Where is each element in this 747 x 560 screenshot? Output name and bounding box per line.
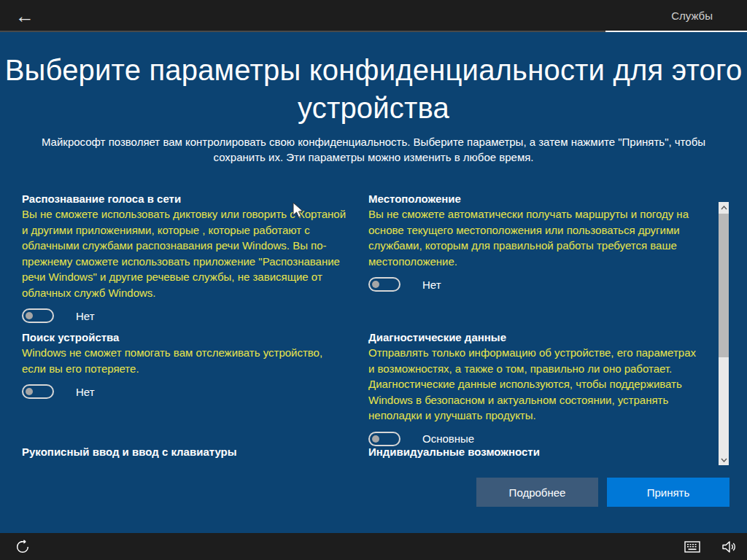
title-bar: ← Службы <box>0 0 747 32</box>
setting-find-device: Поиск устройства Windows не сможет помог… <box>22 330 347 445</box>
ease-of-access-button[interactable] <box>13 537 32 556</box>
online-speech-toggle[interactable] <box>22 308 54 323</box>
scroll-up-icon[interactable] <box>719 202 729 213</box>
setting-title: Поиск устройства <box>22 330 347 344</box>
setting-tailored-experiences: Индивидуальные возможности <box>368 445 704 459</box>
setting-diagnostics: Диагностические данные Отправлять только… <box>368 330 704 445</box>
toggle-state-label: Нет <box>76 386 95 398</box>
accept-button[interactable]: Принять <box>607 478 729 507</box>
toggle-state-label: Основные <box>422 432 474 445</box>
setting-description: Windows не сможет помогать вам отслежива… <box>22 345 347 376</box>
setting-description: Вы не сможете использовать диктовку или … <box>22 206 347 300</box>
toggle-knob <box>372 435 379 443</box>
keyboard-button[interactable] <box>683 537 702 556</box>
settings-scroll-area[interactable]: Распознавание голоса в сети Вы не сможет… <box>22 192 711 465</box>
ease-of-access-icon <box>15 539 31 555</box>
page-subtitle: Майкрософт позволяет вам контролировать … <box>38 134 709 165</box>
setting-description: Вы не сможете автоматически получать мар… <box>368 206 704 269</box>
find-device-toggle[interactable] <box>22 384 54 399</box>
setting-inking-typing: Рукописный ввод и ввод с клавиатуры <box>22 445 347 459</box>
learn-more-label: Подробнее <box>509 486 566 499</box>
toggle-knob <box>26 312 33 319</box>
toggle-knob <box>26 388 33 395</box>
keyboard-icon <box>684 541 700 553</box>
toggle-state-label: Нет <box>422 279 441 291</box>
setting-location: Местоположение Вы не сможете автоматичес… <box>368 192 704 330</box>
toggle-state-label: Нет <box>76 310 95 322</box>
setting-title: Рукописный ввод и ввод с клавиатуры <box>22 445 347 459</box>
learn-more-button[interactable]: Подробнее <box>476 478 598 507</box>
scrollbar-thumb[interactable] <box>719 214 729 357</box>
setting-online-speech: Распознавание голоса в сети Вы не сможет… <box>22 192 347 330</box>
scroll-down-icon[interactable] <box>719 454 729 465</box>
location-toggle[interactable] <box>368 277 400 292</box>
accept-label: Принять <box>647 486 690 499</box>
setting-title: Местоположение <box>368 192 704 206</box>
bottom-bar <box>0 533 747 560</box>
toggle-knob <box>372 281 379 288</box>
setting-title: Диагностические данные <box>368 330 704 344</box>
volume-button[interactable] <box>719 537 738 556</box>
diagnostics-toggle[interactable] <box>368 432 400 446</box>
back-arrow-icon: ← <box>15 5 34 28</box>
tab-underline <box>605 31 747 32</box>
page-title: Выберите параметры конфиденциальности дл… <box>0 51 747 127</box>
setting-title: Индивидуальные возможности <box>368 445 704 459</box>
setting-description: Отправлять только информацию об устройст… <box>368 345 704 424</box>
scrollbar[interactable] <box>719 202 729 465</box>
page-section-label: Службы <box>671 9 713 22</box>
volume-icon <box>721 540 736 553</box>
setting-title: Распознавание голоса в сети <box>22 192 347 206</box>
back-button[interactable]: ← <box>10 3 39 29</box>
